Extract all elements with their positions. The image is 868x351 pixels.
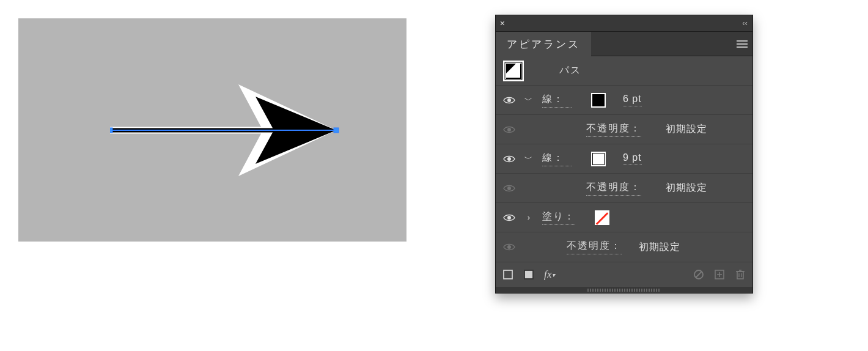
fill-label[interactable]: 塗り： <box>542 210 575 225</box>
no-stroke-fill-icon[interactable] <box>502 268 514 281</box>
visibility-toggle[interactable] <box>503 241 515 253</box>
visibility-toggle[interactable] <box>503 182 515 194</box>
svg-rect-19 <box>524 270 533 279</box>
svg-point-15 <box>507 187 511 190</box>
svg-rect-18 <box>504 270 512 279</box>
new-fill-stroke-icon[interactable] <box>523 268 535 281</box>
opacity-value[interactable]: 初期設定 <box>666 182 707 194</box>
selected-arrow-path[interactable] <box>110 78 342 182</box>
stroke-weight-value[interactable]: 9 pt <box>623 152 642 165</box>
opacity-label[interactable]: 不透明度： <box>567 240 622 254</box>
stroke-color-swatch[interactable] <box>591 93 606 108</box>
disclosure-icon[interactable]: ﹀ <box>524 95 534 106</box>
fill-color-swatch[interactable] <box>595 210 609 225</box>
appearance-list: パス ﹀ 線： 6 pt 不透明度： 初期設定 ﹀ 線： <box>496 56 752 262</box>
svg-point-12 <box>507 98 511 102</box>
panel-footer: fx▾ <box>496 262 752 287</box>
opacity-label[interactable]: 不透明度： <box>586 181 641 196</box>
stroke-label[interactable]: 線： <box>542 93 572 108</box>
visibility-toggle[interactable] <box>503 124 515 136</box>
canvas-artboard[interactable] <box>18 18 406 242</box>
disclosure-icon[interactable]: ﹀ <box>524 153 534 164</box>
visibility-toggle[interactable] <box>503 212 515 224</box>
collapse-icon[interactable]: ‹‹ <box>729 19 752 28</box>
svg-point-16 <box>507 216 511 220</box>
panel-menu-icon[interactable] <box>732 32 752 56</box>
clear-appearance-icon[interactable] <box>693 268 705 281</box>
delete-item-icon[interactable] <box>734 268 746 281</box>
svg-point-17 <box>507 245 511 249</box>
duplicate-item-icon[interactable] <box>713 268 726 281</box>
panel-tabrow: アピアランス <box>496 32 752 56</box>
root-opacity-row[interactable]: 不透明度： 初期設定 <box>496 232 752 262</box>
add-effect-icon[interactable]: fx▾ <box>543 268 556 281</box>
close-icon[interactable]: × <box>496 15 509 31</box>
visibility-toggle[interactable] <box>503 153 515 165</box>
tab-appearance[interactable]: アピアランス <box>496 32 591 56</box>
stroke-row-1[interactable]: ﹀ 線： 6 pt <box>496 86 752 115</box>
object-row[interactable]: パス <box>496 56 752 86</box>
svg-rect-26 <box>737 272 743 279</box>
fill-row[interactable]: › 塗り： <box>496 203 752 232</box>
object-thumbnail <box>503 61 524 81</box>
disclosure-icon[interactable]: › <box>524 213 534 222</box>
stroke-row-2[interactable]: ﹀ 線： 9 pt <box>496 144 752 174</box>
resize-gripper[interactable] <box>496 287 752 293</box>
svg-point-13 <box>507 128 511 131</box>
stroke-1-opacity-row[interactable]: 不透明度： 初期設定 <box>496 115 752 144</box>
stroke-color-swatch[interactable] <box>591 152 606 166</box>
object-type-label: パス <box>559 64 589 77</box>
opacity-value[interactable]: 初期設定 <box>639 241 680 254</box>
stroke-label[interactable]: 線： <box>542 152 572 166</box>
stroke-weight-value[interactable]: 6 pt <box>623 94 642 106</box>
svg-rect-6 <box>334 128 339 133</box>
appearance-panel: × ‹‹ アピアランス パス <box>495 15 753 294</box>
svg-point-14 <box>507 157 511 161</box>
opacity-value[interactable]: 初期設定 <box>666 123 707 136</box>
svg-line-22 <box>696 272 702 278</box>
visibility-toggle[interactable] <box>503 94 515 106</box>
opacity-label[interactable]: 不透明度： <box>586 122 641 137</box>
panel-titlebar[interactable]: × ‹‹ <box>496 15 752 32</box>
svg-rect-5 <box>110 128 112 133</box>
stroke-2-opacity-row[interactable]: 不透明度： 初期設定 <box>496 174 752 203</box>
